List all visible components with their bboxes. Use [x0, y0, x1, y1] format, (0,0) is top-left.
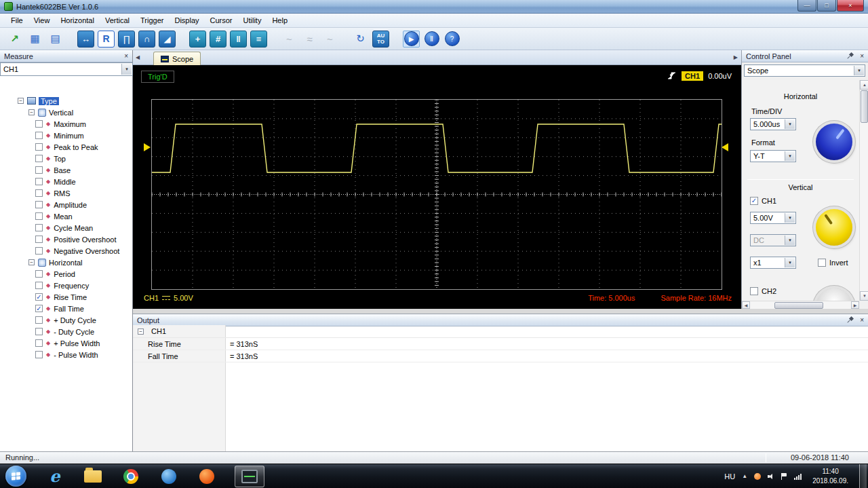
- cursor-tool-icon[interactable]: +: [189, 31, 206, 48]
- timediv-select[interactable]: 5.000us ▾: [750, 118, 796, 130]
- close-icon[interactable]: ×: [860, 53, 864, 60]
- start-button[interactable]: ▶: [403, 31, 420, 48]
- wave-prev-icon[interactable]: ~: [281, 31, 298, 48]
- ch2-knob[interactable]: [816, 288, 852, 301]
- square-wave-icon[interactable]: ∏: [118, 31, 135, 48]
- format-select[interactable]: Y-T ▾: [750, 150, 796, 162]
- taskbar-button-file-explorer[interactable]: [83, 470, 103, 483]
- measure-item-negative-overshoot[interactable]: ◆Negative Overshoot: [0, 245, 132, 257]
- scroll-left-icon[interactable]: ◀: [742, 301, 750, 309]
- tree-root[interactable]: −Type: [0, 95, 132, 107]
- tab-scope[interactable]: Scope: [153, 52, 201, 65]
- vertical-knob[interactable]: [816, 209, 852, 246]
- trigger-level-marker-left[interactable]: [144, 143, 151, 151]
- measure-item-duty-cycle[interactable]: ◆- Duty Cycle: [0, 326, 132, 337]
- measure-checkbox[interactable]: [35, 247, 43, 255]
- expander-icon[interactable]: −: [28, 109, 35, 115]
- trigger-level-marker-right[interactable]: [722, 143, 728, 151]
- save-icon[interactable]: ▦: [26, 31, 43, 48]
- measure-item-rms[interactable]: ◆RMS: [0, 187, 132, 199]
- scrollbar-thumb[interactable]: [861, 90, 868, 123]
- measure-item-frequency[interactable]: ◆Frequency: [0, 280, 132, 291]
- taskbar-button-internet-explorer[interactable]: e: [45, 466, 65, 486]
- measure-checkbox[interactable]: [35, 166, 43, 174]
- pin-icon[interactable]: [848, 53, 854, 59]
- tree-group-vertical[interactable]: −Vertical: [0, 107, 132, 118]
- print-icon[interactable]: ▤: [47, 31, 64, 48]
- measure-checkbox[interactable]: [35, 132, 43, 139]
- menu-item-help[interactable]: Help: [267, 14, 293, 28]
- measure-item-pulse-width[interactable]: ◆+ Pulse Width: [0, 337, 132, 349]
- wave-ref-icon[interactable]: ~: [321, 31, 338, 48]
- measure-checkbox[interactable]: [35, 316, 43, 324]
- tree-group-horizontal[interactable]: −Horizontal: [0, 257, 132, 268]
- ch1-enable[interactable]: ✓ CH1: [750, 197, 776, 205]
- chevron-down-icon[interactable]: ▾: [854, 66, 864, 75]
- chevron-down-icon[interactable]: ▾: [785, 151, 795, 161]
- measure-item-peak-to-peak[interactable]: ◆Peak to Peak: [0, 141, 132, 153]
- measure-checkbox[interactable]: ✓: [35, 293, 43, 301]
- minimize-button[interactable]: —: [797, 0, 816, 12]
- taskbar-button-hantek-app[interactable]: [235, 466, 264, 487]
- volts-select[interactable]: 5.00V ▾: [750, 212, 796, 224]
- close-icon[interactable]: ×: [860, 317, 864, 324]
- pause-button[interactable]: Ⅱ: [423, 31, 440, 48]
- taskbar-button-media-app[interactable]: [159, 469, 179, 484]
- chevron-down-icon[interactable]: ▾: [785, 213, 795, 223]
- scroll-up-icon[interactable]: ▲: [860, 80, 868, 90]
- expander-icon[interactable]: −: [28, 259, 35, 265]
- expander-icon[interactable]: −: [18, 98, 24, 104]
- open-icon[interactable]: ↗: [6, 31, 23, 48]
- probe-select[interactable]: x1 ▾: [750, 257, 796, 269]
- measure-checkbox[interactable]: [35, 351, 43, 358]
- measure-checkbox[interactable]: [35, 178, 43, 185]
- menu-item-view[interactable]: View: [28, 14, 56, 28]
- measure-item-pulse-width[interactable]: ◆- Pulse Width: [0, 349, 132, 360]
- measure-checkbox[interactable]: [35, 282, 43, 289]
- action-center-icon[interactable]: [781, 473, 787, 480]
- tab-scroll-right-icon[interactable]: ▶: [734, 54, 738, 60]
- measure-item-rise-time[interactable]: ✓◆Rise Time: [0, 291, 132, 303]
- menu-item-display[interactable]: Display: [169, 14, 204, 28]
- chevron-down-icon[interactable]: ▾: [121, 64, 132, 75]
- scrollbar-thumb[interactable]: [774, 302, 823, 309]
- measure-item-duty-cycle[interactable]: ◆+ Duty Cycle: [0, 314, 132, 326]
- menu-item-file[interactable]: File: [5, 14, 28, 28]
- network-icon[interactable]: [794, 473, 802, 480]
- measure-checkbox[interactable]: [35, 143, 43, 151]
- auto-fit-icon[interactable]: ↔: [77, 31, 94, 48]
- tray-expand-icon[interactable]: ▲: [742, 473, 747, 479]
- panel-mode-select[interactable]: Scope ▾: [744, 64, 865, 77]
- measure-item-top[interactable]: ◆Top: [0, 153, 132, 164]
- measure-item-period[interactable]: ◆Period: [0, 268, 132, 280]
- show-desktop-button[interactable]: [859, 464, 867, 488]
- menu-item-trigger[interactable]: Trigger: [135, 14, 169, 28]
- measure-item-maximum[interactable]: ◆Maximum: [0, 118, 132, 130]
- tray-app-icon[interactable]: [754, 473, 761, 480]
- measure-item-cycle-mean[interactable]: ◆Cycle Mean: [0, 222, 132, 233]
- dashes-tool-icon[interactable]: ≡: [250, 31, 267, 48]
- grid-tool-icon[interactable]: #: [210, 31, 226, 48]
- menu-item-vertical[interactable]: Vertical: [100, 14, 135, 28]
- scroll-right-icon[interactable]: ▶: [851, 301, 859, 309]
- taskbar-clock[interactable]: 11:40 2018.06.09.: [812, 467, 848, 485]
- invert-checkbox[interactable]: [818, 259, 826, 267]
- vertical-scrollbar[interactable]: ▲ ▼: [859, 80, 868, 301]
- taskbar-button-office-app[interactable]: [197, 469, 217, 484]
- vertical-bars-icon[interactable]: ‖: [230, 31, 247, 48]
- measure-item-positive-overshoot[interactable]: ◆Positive Overshoot: [0, 233, 132, 245]
- refresh-icon[interactable]: ↻: [352, 31, 369, 48]
- pin-icon[interactable]: [848, 317, 854, 323]
- help-button[interactable]: ?: [443, 31, 460, 48]
- measure-checkbox[interactable]: ✓: [35, 305, 43, 312]
- ramp-wave-icon[interactable]: ◢: [159, 31, 176, 48]
- horizontal-scrollbar[interactable]: ◀ ▶: [742, 301, 859, 309]
- pulse-wave-icon[interactable]: ∩: [138, 31, 155, 48]
- chevron-down-icon[interactable]: ▾: [785, 258, 795, 267]
- wave-next-icon[interactable]: ≈: [301, 31, 318, 48]
- auto-set-button[interactable]: AUTO: [372, 31, 389, 48]
- restore-button[interactable]: □: [817, 0, 836, 12]
- horizontal-knob[interactable]: [816, 124, 852, 160]
- invert-toggle[interactable]: Invert: [818, 259, 848, 267]
- measure-checkbox[interactable]: [35, 155, 43, 162]
